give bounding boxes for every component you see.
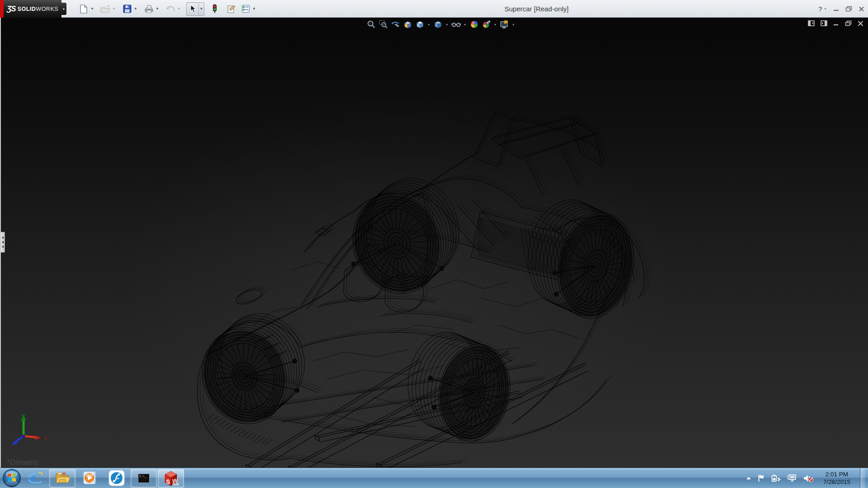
document-window-controls: [808, 20, 863, 26]
minimize-button[interactable]: [833, 6, 839, 12]
start-button[interactable]: [2, 468, 22, 488]
zoom-to-area-button[interactable]: [377, 19, 389, 30]
taskbar-spline-app[interactable]: [104, 469, 130, 488]
zoom-to-fit-button[interactable]: [365, 19, 377, 30]
close-button[interactable]: [859, 6, 864, 12]
view-settings-icon: [500, 20, 509, 29]
print-icon: [144, 5, 154, 13]
media-player-icon: [82, 471, 97, 485]
show-desktop-button[interactable]: [860, 468, 865, 488]
action-center-button[interactable]: [757, 474, 765, 482]
help-dropdown[interactable]: ▼: [824, 7, 827, 10]
doc-close-button[interactable]: [858, 21, 863, 26]
apply-scene-icon: [482, 20, 491, 29]
up-arrow-icon: [746, 476, 751, 480]
taskbar-media-player[interactable]: [76, 469, 103, 488]
open-dropdown[interactable]: ▼: [111, 3, 117, 15]
stoplight-icon: [212, 4, 217, 14]
flag-icon: [757, 474, 765, 482]
print-button[interactable]: [143, 3, 155, 15]
help-button[interactable]: ?▼: [818, 5, 827, 13]
internet-explorer-icon: e: [28, 471, 43, 485]
previous-view-button[interactable]: [390, 19, 401, 30]
view-settings-button[interactable]: [499, 19, 510, 30]
supercar-wireframe-model[interactable]: [1, 18, 868, 468]
file-properties-icon: [226, 5, 236, 14]
dassault-3s-icon: ƷS: [7, 5, 16, 14]
system-tray: 2:01 PM 7/28/2015: [746, 468, 868, 488]
undo-button[interactable]: [165, 3, 176, 15]
display-style-button[interactable]: [432, 19, 443, 30]
save-button[interactable]: [121, 3, 133, 15]
triad-y-axis: Y: [21, 413, 26, 436]
taskbar-internet-explorer[interactable]: e: [22, 469, 48, 488]
menu-flyout-arrow[interactable]: ▸: [61, 3, 66, 15]
select-tool-button[interactable]: [187, 3, 198, 15]
options-dropdown[interactable]: ▼: [251, 3, 257, 15]
new-document-button[interactable]: [78, 3, 90, 15]
volume-muted-icon: [803, 474, 814, 483]
network-icon: [787, 474, 797, 482]
apply-scene-button[interactable]: [481, 19, 492, 30]
svg-text:2015: 2015: [172, 483, 179, 486]
restore-button[interactable]: [845, 6, 852, 12]
taskbar: e: [0, 468, 868, 488]
apply-scene-dropdown[interactable]: ▼: [493, 19, 498, 30]
svg-text:X: X: [43, 435, 47, 441]
collapse-arrow-icon: [2, 241, 4, 244]
windows-start-icon: [2, 469, 21, 488]
options-button[interactable]: [240, 3, 251, 15]
left-pane-icon: [808, 20, 815, 26]
select-tool-group: ▼: [186, 2, 204, 16]
select-tool-dropdown[interactable]: ▼: [198, 2, 204, 16]
svg-text:S: S: [166, 478, 170, 485]
clock-time: 2:01 PM: [823, 470, 850, 478]
volume-muted-button[interactable]: [803, 474, 814, 483]
graphics-viewport[interactable]: ▼ ▼ ▼: [0, 18, 868, 468]
view-orientation-button[interactable]: [414, 19, 425, 30]
toggle-right-pane-button[interactable]: [821, 20, 827, 26]
stoplight-button[interactable]: [209, 3, 221, 15]
network-button[interactable]: [787, 474, 797, 482]
undo-dropdown[interactable]: ▼: [176, 3, 182, 15]
appearance-ball-icon: [470, 20, 479, 29]
taskbar-file-explorer[interactable]: [49, 469, 75, 488]
spline-app-icon: [108, 470, 125, 486]
battery-plug-icon: [771, 474, 781, 482]
wheel-wireframe: [517, 192, 645, 325]
save-dropdown[interactable]: ▼: [133, 3, 138, 15]
doc-minimize-button[interactable]: [833, 21, 839, 26]
taskbar-command-prompt[interactable]: C:\_: [131, 469, 157, 488]
power-battery-button[interactable]: [771, 474, 781, 482]
eyeglasses-icon: [451, 20, 461, 29]
view-settings-dropdown[interactable]: ▼: [511, 19, 516, 30]
new-document-icon: [80, 5, 88, 14]
close-icon: [859, 6, 864, 12]
new-document-dropdown[interactable]: ▼: [90, 3, 95, 15]
display-style-dropdown[interactable]: ▼: [444, 19, 449, 30]
print-dropdown[interactable]: ▼: [155, 3, 160, 15]
undo-icon: [166, 5, 175, 13]
hide-show-items-button[interactable]: [450, 19, 462, 30]
reference-triad[interactable]: X Y: [5, 413, 54, 455]
triad-x-axis: X: [24, 435, 47, 441]
open-button[interactable]: [99, 3, 111, 15]
feature-tree-collapsed-tab[interactable]: [1, 232, 5, 253]
section-view-icon: [403, 20, 412, 29]
hide-show-items-dropdown[interactable]: ▼: [462, 19, 467, 30]
taskbar-clock[interactable]: 2:01 PM 7/28/2015: [820, 470, 854, 486]
doc-restore-button[interactable]: [845, 20, 852, 26]
toggle-left-pane-button[interactable]: [808, 20, 815, 26]
file-properties-button[interactable]: [225, 3, 237, 15]
taskbar-solidworks-2015[interactable]: S W 2015: [158, 469, 184, 488]
show-hidden-icons-button[interactable]: [746, 476, 751, 480]
edit-appearance-button[interactable]: [468, 19, 480, 30]
options-icon: [241, 5, 250, 13]
checker-swatch: [487, 21, 490, 23]
section-view-button[interactable]: [402, 19, 413, 30]
command-prompt-icon: C:\_: [138, 474, 150, 483]
zoom-to-fit-icon: [367, 20, 376, 29]
wheel-wireframe: [337, 167, 475, 305]
wheel-wireframe: [399, 326, 519, 447]
view-orientation-dropdown[interactable]: ▼: [426, 19, 431, 30]
